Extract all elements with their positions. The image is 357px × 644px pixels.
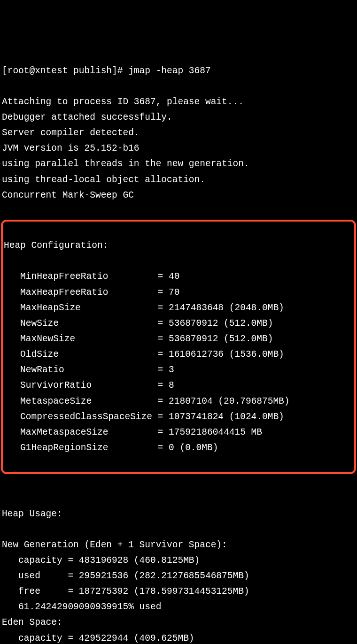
heap-config-row: MaxHeapSize = 2147483648 (2048.0MB) [4,300,353,316]
heap-config-row: G1HeapRegionSize = 0 (0.0MB) [4,440,353,456]
output-line: Concurrent Mark-Sweep GC [2,188,355,203]
heap-config-row: MaxNewSize = 536870912 (512.0MB) [4,331,353,347]
output-line: using thread-local object allocation. [2,172,355,188]
output-line: using parallel threads in the new genera… [2,156,355,172]
heap-config-row: NewRatio = 3 [4,362,353,378]
heap-config-row: OldSize = 1610612736 (1536.0MB) [4,347,353,362]
heap-config-title: Heap Configuration: [4,238,353,253]
output-line: Attaching to process ID 3687, please wai… [2,94,355,110]
highlight-box: Heap Configuration: MinHeapFreeRatio = 4… [1,220,356,474]
output-line: Debugger attached successfully. [2,110,355,125]
heap-usage-title: Heap Usage: [2,506,355,522]
usage-section-header: Eden Space: [2,615,355,630]
usage-section-header: New Generation (Eden + 1 Survivor Space)… [2,537,355,553]
usage-row: used = 295921536 (282.2127685546875MB) [2,568,355,584]
usage-row: free = 187275392 (178.5997314453125MB) [2,584,355,599]
heap-config-row: MinHeapFreeRatio = 40 [4,269,353,284]
prompt-line: [root@xntest publish]# jmap -heap 3687 [2,63,355,79]
usage-row: capacity = 483196928 (460.8125MB) [2,553,355,568]
output-line: JVM version is 25.152-b16 [2,141,355,156]
usage-row: capacity = 429522944 (409.625MB) [2,631,355,644]
heap-config-row: MetaspaceSize = 21807104 (20.796875MB) [4,394,353,409]
output-line: Server compiler detected. [2,125,355,141]
heap-config-row: NewSize = 536870912 (512.0MB) [4,316,353,331]
heap-config-row: MaxMetaspaceSize = 17592186044415 MB [4,425,353,440]
heap-config-row: CompressedClassSpaceSize = 1073741824 (1… [4,409,353,425]
heap-config-row: MaxHeapFreeRatio = 70 [4,285,353,300]
heap-config-row: SurvivorRatio = 8 [4,378,353,393]
usage-percent: 61.24242909090939915% used [2,599,355,615]
